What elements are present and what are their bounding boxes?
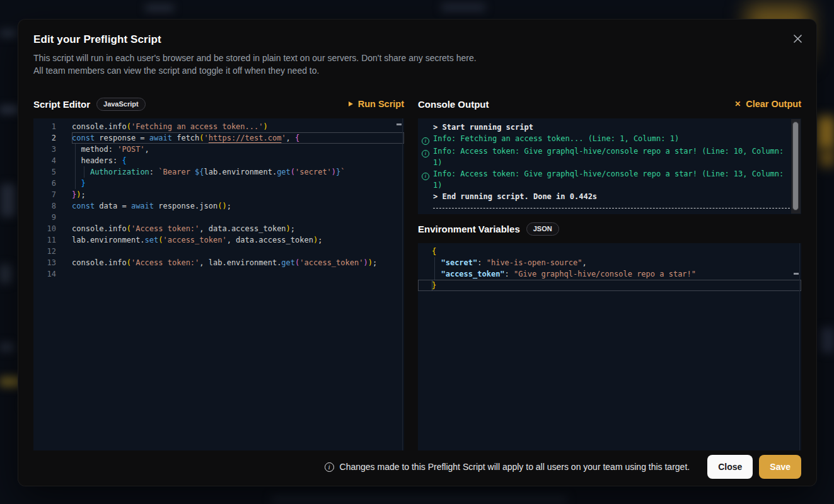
run-script-button[interactable]: Run Script [349,99,404,109]
modal-description: This script will run in each user's brow… [33,52,801,77]
console-output[interactable]: > Start running scriptiInfo: Fetching an… [418,118,801,214]
backdrop-bar [821,328,834,353]
backdrop-bar [1,184,15,217]
environment-header: Environment Variables JSON [418,220,801,237]
code-line[interactable]: 2const response = await fetch('https://t… [33,132,404,144]
code-line[interactable]: { [418,246,801,257]
console-separator [433,208,790,209]
json-badge: JSON [526,222,559,236]
close-icon[interactable] [789,30,806,47]
script-editor-header: Script Editor JavaScript Run Script [33,96,404,112]
console-line [422,202,790,209]
line-number: 10 [33,223,56,234]
console-line-text: Info: Access token: Give graphql-hive/co… [433,146,790,168]
info-icon: i [325,462,334,472]
backdrop-glow [820,150,834,166]
line-number: 13 [33,257,56,268]
line-number: 1 [33,121,56,132]
backdrop-bar [0,265,11,284]
line-number: 4 [33,155,56,166]
code-line[interactable]: 14 [33,268,404,280]
console-line: > Start running script [422,122,790,133]
code-line[interactable]: 8const data = await response.json(); [33,200,404,212]
line-number: 3 [33,144,56,155]
backdrop-bar [0,30,16,37]
line-number: 11 [33,234,56,246]
line-number: 7 [33,189,56,200]
console-line: iInfo: Access token: Give graphql-hive/c… [422,146,790,168]
line-number: 8 [33,200,56,212]
console-line-text: Info: Access token: Give graphql-hive/co… [433,168,790,191]
code-line[interactable]: 7}); [33,189,404,200]
close-x-glyph [793,34,802,43]
console-scrollbar-track[interactable] [791,119,801,214]
backdrop-bar [145,5,174,11]
line-number: 14 [33,268,56,280]
code-line[interactable]: 3 method: 'POST', [33,144,404,155]
backdrop-bar [441,4,485,11]
console-line: > End running script. Done in 0.442s [422,191,790,202]
script-editor-panel: Script Editor JavaScript Run Script 1con… [33,96,404,450]
script-editor-title: Script Editor [33,99,90,110]
clear-x-icon: ✕ [734,100,741,108]
run-script-label: Run Script [358,99,404,109]
console-header: Console Output ✕ Clear Output [418,96,801,112]
code-line[interactable]: 13console.info('Access token:', lab.envi… [33,257,404,268]
code-line[interactable]: 4 headers: { [33,155,404,166]
modal-body: Script Editor JavaScript Run Script 1con… [33,96,801,450]
code-line[interactable]: 6 } [33,178,404,189]
console-panel: Console Output ✕ Clear Output > Start ru… [418,96,801,450]
clear-output-label: Clear Output [746,99,801,109]
script-editor[interactable]: 1console.info('Fetching an access token.… [33,118,404,450]
footer-note: Changes made to this Preflight Script wi… [340,462,690,472]
line-number: 6 [33,178,56,189]
clear-output-button[interactable]: ✕ Clear Output [734,99,801,109]
line-number: 2 [33,132,56,144]
console-scrollbar-thumb[interactable] [792,122,799,210]
code-line[interactable]: "secret": "hive-is-open-source", [418,257,801,268]
code-line[interactable]: 5 Authorization: `Bearer ${lab.environme… [33,166,404,178]
backdrop-bar [0,343,14,351]
console-output-title: Console Output [418,99,489,110]
backdrop-bar [0,106,19,113]
backdrop-bar [271,495,567,504]
console-line-gutter [422,191,433,202]
console-line-text: > End running script. Done in 0.442s [433,191,790,202]
console-line-gutter [422,122,433,133]
modal-description-line1: This script will run in each user's brow… [33,52,801,64]
environment-variables-title: Environment Variables [418,224,520,234]
info-circle-icon: i [422,146,433,168]
console-line: iInfo: Access token: Give graphql-hive/c… [422,168,790,191]
info-circle-icon: i [422,168,433,191]
info-circle-icon: i [422,133,433,146]
save-button[interactable]: Save [759,455,801,479]
code-line[interactable]: 11lab.environment.set('access_token', da… [33,234,404,246]
code-line[interactable]: "access_token": "Give graphql-hive/conso… [418,268,801,280]
code-line[interactable]: 9 [33,212,404,223]
line-number: 5 [33,166,56,178]
line-number: 9 [33,212,56,223]
javascript-badge: JavaScript [96,98,146,111]
console-line-text: > Start running script [433,122,790,133]
line-number: 12 [33,246,56,257]
code-line[interactable]: 1console.info('Fetching an access token.… [33,121,404,132]
console-line: iInfo: Fetching an access token... (Line… [422,133,790,146]
code-line[interactable]: 12 [33,246,404,257]
preflight-script-modal: Edit your Preflight Script This script w… [18,19,817,486]
modal-footer: i Changes made to this Preflight Script … [33,455,801,479]
code-line[interactable]: 10console.info('Access token:', data.acc… [33,223,404,234]
backdrop-glow [817,117,834,149]
modal-title: Edit your Preflight Script [33,33,801,46]
play-icon [349,101,353,106]
close-button[interactable]: Close [707,455,753,479]
environment-variables-editor[interactable]: { "secret": "hive-is-open-source", "acce… [418,243,801,450]
console-line-gutter [422,202,433,209]
console-line-text: Info: Fetching an access token... (Line:… [433,133,790,146]
code-line[interactable]: } [418,280,801,291]
modal-description-line2: All team members can view the script and… [33,64,801,77]
